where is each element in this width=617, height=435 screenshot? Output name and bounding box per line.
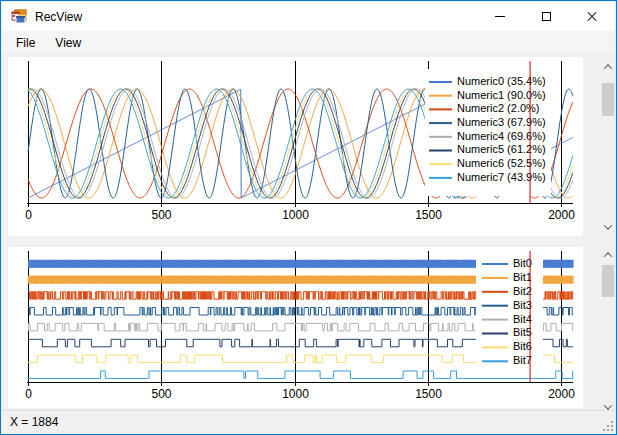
- x-tick-label: 1000: [282, 387, 309, 401]
- chevron-up-icon: [604, 64, 612, 72]
- cursor-x-readout: X = 1884: [10, 415, 58, 429]
- x-tick-label: 500: [151, 387, 171, 401]
- x-tick-label: 1500: [415, 208, 442, 222]
- legend-label-Numeric7: Numeric7 (43.9%): [457, 171, 546, 183]
- x-tick-label: 0: [25, 387, 32, 401]
- scroll-up-button[interactable]: [600, 247, 616, 263]
- minimize-icon: [495, 16, 505, 17]
- x-tick-label: 500: [151, 208, 171, 222]
- bit-chart-panel[interactable]: 0500100015002000Bit0Bit1Bit2Bit3Bit4Bit5…: [8, 247, 583, 408]
- close-icon: [586, 11, 598, 23]
- x-tick-label: 0: [25, 208, 32, 222]
- legend-label-Numeric4: Numeric4 (69.6%): [457, 130, 546, 142]
- statusbar: X = 1884: [2, 410, 615, 433]
- legend-label-Bit1: Bit1: [513, 271, 532, 283]
- titlebar[interactable]: RecView: [2, 2, 615, 31]
- maximize-icon: [542, 12, 551, 21]
- legend-label-Bit4: Bit4: [513, 313, 532, 325]
- legend-label-Numeric3: Numeric3 (67.9%): [457, 116, 546, 128]
- caption-buttons: [477, 2, 615, 31]
- legend-label-Bit5: Bit5: [513, 326, 532, 338]
- numeric-chart[interactable]: 0500100015002000Numeric0 (35.4%)Numeric1…: [8, 57, 583, 236]
- numeric-chart-panel[interactable]: 0500100015002000Numeric0 (35.4%)Numeric1…: [8, 57, 583, 236]
- scroll-down-button[interactable]: [600, 219, 616, 235]
- x-tick-label: 1000: [282, 208, 309, 222]
- legend-label-Numeric2: Numeric2 (2.0%): [457, 102, 540, 114]
- legend-background: [476, 255, 543, 373]
- chevron-up-icon: [604, 252, 612, 260]
- legend-label-Bit7: Bit7: [513, 354, 532, 366]
- minimize-button[interactable]: [477, 2, 523, 31]
- menubar: File View: [2, 31, 615, 54]
- legend-label-Bit3: Bit3: [513, 299, 532, 311]
- numeric-chart-scrollbar[interactable]: [600, 59, 616, 235]
- scrollbar-thumb[interactable]: [602, 83, 614, 116]
- scroll-up-button[interactable]: [600, 59, 616, 75]
- legend-label-Bit0: Bit0: [513, 257, 532, 269]
- legend-label-Bit2: Bit2: [513, 285, 532, 297]
- menu-view[interactable]: View: [45, 33, 91, 53]
- x-tick-label: 1500: [415, 387, 442, 401]
- scrollbar-thumb[interactable]: [602, 265, 614, 297]
- legend-label-Numeric5: Numeric5 (61.2%): [457, 143, 546, 155]
- legend-label-Numeric1: Numeric1 (90.0%): [457, 89, 546, 101]
- x-tick-label: 2000: [548, 208, 575, 222]
- app-icon: [11, 9, 27, 25]
- bit-chart-scrollbar[interactable]: [600, 247, 616, 415]
- resize-grip[interactable]: [601, 419, 613, 431]
- chevron-down-icon: [604, 221, 612, 229]
- menu-file[interactable]: File: [6, 33, 45, 53]
- legend-label-Numeric6: Numeric6 (52.5%): [457, 157, 546, 169]
- maximize-button[interactable]: [523, 2, 569, 31]
- app-window: RecView File View 0500100015002000Numeri…: [0, 0, 617, 435]
- legend-label-Numeric0: Numeric0 (35.4%): [457, 75, 546, 87]
- window-title: RecView: [35, 10, 82, 24]
- x-tick-label: 2000: [548, 387, 575, 401]
- chevron-down-icon: [604, 401, 612, 409]
- close-button[interactable]: [569, 2, 615, 31]
- bit-chart[interactable]: 0500100015002000Bit0Bit1Bit2Bit3Bit4Bit5…: [8, 247, 583, 408]
- legend-label-Bit6: Bit6: [513, 340, 532, 352]
